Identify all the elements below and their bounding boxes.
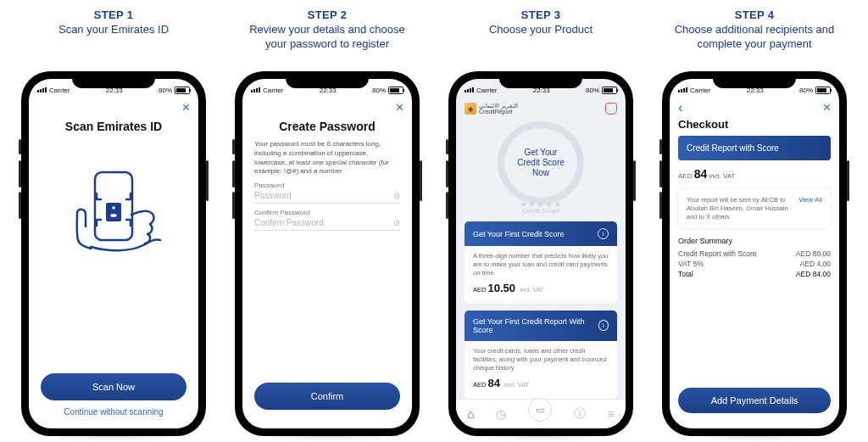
- step-number: STEP 2: [242, 8, 412, 21]
- notifications-icon[interactable]: [605, 103, 617, 115]
- tab-gauge-icon[interactable]: ◷: [496, 407, 506, 421]
- step-subtitle: Choose additional recipients and complet…: [670, 23, 839, 52]
- close-icon[interactable]: ×: [396, 101, 403, 115]
- checkout-price: AED 84 incl. VAT: [678, 167, 831, 181]
- confirm-password-label: Confirm Password: [254, 209, 400, 216]
- recipients-card: Your report will be sent by AECB to Abul…: [678, 189, 831, 228]
- step-subtitle: Choose your Product: [489, 23, 593, 37]
- tab-menu-icon[interactable]: ≡: [608, 407, 615, 421]
- product-price: AED 84 incl. VAT: [473, 376, 609, 391]
- product-title: Get Your First Credit Report With Score: [473, 317, 598, 334]
- phone-mock-step1: Carrier 22:33 80% × Scan Emirates ID: [21, 71, 206, 436]
- step-3-heading: STEP 3 Choose your Product: [489, 8, 593, 68]
- step-number: STEP 4: [670, 8, 839, 21]
- back-icon[interactable]: ‹: [678, 101, 682, 115]
- summary-row: Credit Report with ScoreAED 80.00: [678, 249, 831, 259]
- onboarding-steps: STEP 1 Scan your Emirates ID Carrier 22:…: [0, 0, 868, 442]
- tab-card-icon[interactable]: ▭: [528, 398, 552, 422]
- summary-row-total: TotalAED 84.00: [678, 269, 831, 279]
- selected-product-header: Credit Report with Score: [678, 136, 831, 160]
- recipients-text: Your report will be sent by AECB to Abul…: [687, 196, 798, 221]
- phone-mock-step2: Carrier 22:33 80% × Create Password Your…: [235, 71, 420, 436]
- page-title: Scan Emirates ID: [29, 120, 198, 133]
- step-4-column: STEP 4 Choose additional recipients and …: [656, 8, 853, 436]
- close-icon[interactable]: ×: [823, 101, 831, 115]
- step-1-column: STEP 1 Scan your Emirates ID Carrier 22:…: [15, 8, 212, 436]
- password-field[interactable]: Password Password ⊘: [254, 182, 400, 204]
- tab-info-icon[interactable]: ⓘ: [574, 406, 586, 422]
- step-number: STEP 3: [489, 8, 593, 21]
- brand-logo: ◆ التقرير الائتمانيCreditReport: [465, 103, 518, 115]
- svg-point-2: [111, 205, 116, 210]
- info-icon[interactable]: i: [598, 228, 609, 239]
- step-2-heading: STEP 2 Review your details and choose yo…: [242, 8, 412, 68]
- credit-score-gauge: Get YourCredit ScoreNow ★★★★★ Credit Sco…: [477, 121, 604, 215]
- info-icon[interactable]: i: [598, 320, 609, 331]
- scan-now-button[interactable]: Scan Now: [41, 373, 186, 400]
- step-subtitle: Review your details and choose your pass…: [242, 23, 412, 52]
- step-3-column: STEP 3 Choose your Product Carrier 22:33…: [442, 8, 639, 436]
- confirm-password-placeholder: Confirm Password: [254, 218, 393, 227]
- password-placeholder: Password: [254, 191, 393, 200]
- skip-scan-link[interactable]: Continue without scanning: [29, 407, 198, 417]
- confirm-password-field[interactable]: Confirm Password Confirm Password ⊘: [254, 209, 400, 231]
- product-price: AED 10.50 incl. VAT: [473, 281, 609, 296]
- svg-rect-3: [109, 213, 118, 218]
- confirm-button[interactable]: Confirm: [254, 383, 400, 410]
- step-2-column: STEP 2 Review your details and choose yo…: [229, 8, 426, 436]
- step-subtitle: Scan your Emirates ID: [58, 23, 169, 37]
- password-label: Password: [254, 182, 400, 189]
- page-title: Create Password: [242, 120, 412, 133]
- order-summary-title: Order Summary: [678, 237, 831, 245]
- eye-off-icon[interactable]: ⊘: [393, 191, 400, 200]
- product-card-credit-report[interactable]: Get Your First Credit Report With Score …: [465, 311, 617, 399]
- order-summary: Order Summary Credit Report with ScoreAE…: [678, 237, 831, 279]
- step-4-heading: STEP 4 Choose additional recipients and …: [670, 8, 839, 68]
- phone-mock-step3: Carrier 22:33 80% ◆ التقرير الائتمانيCre…: [448, 71, 633, 436]
- tab-home-icon[interactable]: ⌂: [467, 407, 474, 421]
- add-payment-button[interactable]: Add Payment Details: [678, 388, 831, 413]
- page-title: Checkout: [678, 118, 831, 131]
- scan-illustration: [29, 154, 198, 281]
- password-requirements: Your password must be 8 characters long,…: [254, 140, 400, 176]
- step-number: STEP 1: [58, 8, 169, 21]
- product-desc: A three-digit number that predicts how l…: [473, 252, 609, 277]
- view-all-link[interactable]: View All: [798, 196, 822, 204]
- eye-off-icon[interactable]: ⊘: [393, 218, 400, 227]
- phone-mock-step4: Carrier 22:33 80% ‹ × Checkout Credit Re…: [662, 71, 847, 436]
- bottom-tab-bar: ⌂ ◷ ▭ ⓘ ≡: [456, 399, 626, 428]
- close-icon[interactable]: ×: [182, 101, 190, 115]
- product-card-credit-score[interactable]: Get Your First Credit Score i A three-di…: [465, 221, 617, 304]
- summary-row: VAT 5%AED 4.00: [678, 259, 831, 269]
- product-desc: Your credit cards, loans and other credi…: [473, 347, 609, 372]
- step-1-heading: STEP 1 Scan your Emirates ID: [58, 8, 169, 68]
- gauge-label: Credit Score: [522, 207, 559, 215]
- product-title: Get Your First Credit Score: [473, 230, 565, 238]
